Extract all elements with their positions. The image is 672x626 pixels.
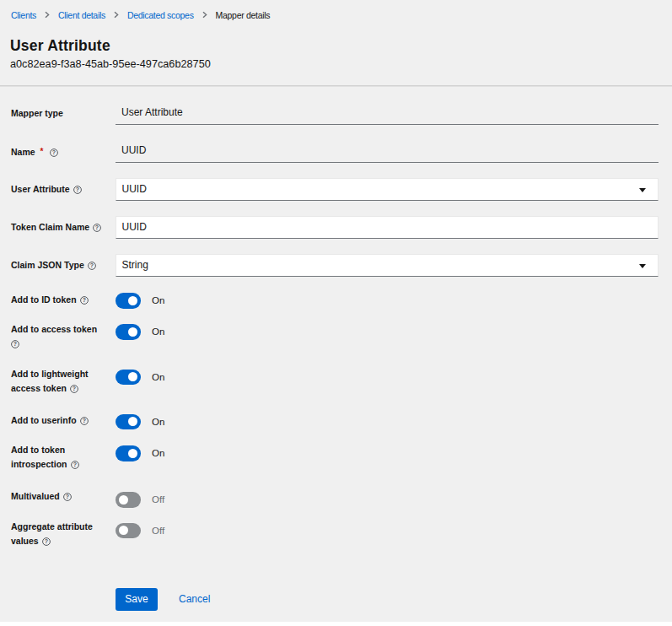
svg-text:?: ? (75, 186, 78, 192)
svg-text:?: ? (66, 494, 69, 499)
svg-text:?: ? (13, 341, 17, 347)
svg-text:?: ? (52, 149, 56, 155)
svg-text:?: ? (95, 224, 99, 230)
svg-text:?: ? (73, 461, 76, 467)
svg-text:?: ? (82, 297, 85, 303)
svg-text:?: ? (82, 418, 85, 424)
svg-text:?: ? (73, 386, 76, 391)
svg-text:?: ? (45, 538, 48, 544)
svg-text:?: ? (90, 262, 94, 268)
